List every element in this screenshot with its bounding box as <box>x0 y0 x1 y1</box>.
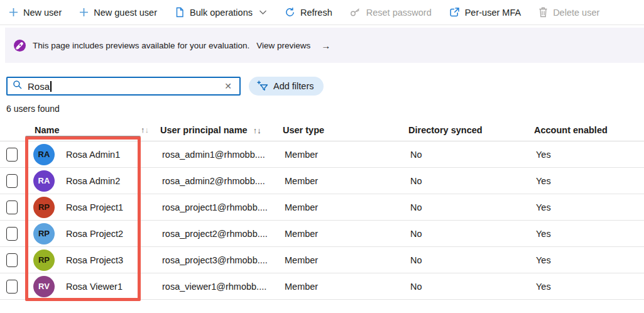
table-row: RP Rosa Project2 rosa_project2@rhmobb...… <box>0 221 644 247</box>
account-enabled: Yes <box>534 176 644 186</box>
new-guest-user-label: New guest user <box>94 8 157 18</box>
add-filters-label: Add filters <box>273 81 314 91</box>
directory-synced: No <box>408 255 534 265</box>
delete-user-label: Delete user <box>553 8 599 18</box>
user-name-cell[interactable]: RP Rosa Project1 <box>28 197 160 218</box>
user-name-cell[interactable]: RV Rosa Viewer1 <box>28 276 160 297</box>
directory-synced: No <box>408 150 534 160</box>
refresh-icon <box>285 7 295 18</box>
account-enabled: Yes <box>534 255 644 265</box>
sort-icons[interactable]: ↑↓ <box>253 126 261 135</box>
command-bar: New user New guest user Bulk operations … <box>0 0 644 25</box>
text-cursor <box>50 81 52 92</box>
sort-icons[interactable]: ↑↓ <box>141 125 149 135</box>
avatar: RV <box>33 276 55 297</box>
key-icon <box>350 8 361 18</box>
search-value: Rosa <box>28 81 50 92</box>
user-type: Member <box>283 229 408 239</box>
row-checkbox[interactable] <box>6 280 18 294</box>
user-name[interactable]: Rosa Project1 <box>66 202 123 212</box>
table-row: RV Rosa Viewer1 rosa_viewer1@rhmobb.... … <box>0 273 644 300</box>
plus-icon <box>79 8 89 17</box>
user-name-cell[interactable]: RA Rosa Admin2 <box>28 170 160 192</box>
user-principal-name: rosa_project1@rhmobb.... <box>160 202 283 212</box>
filter-add-icon <box>256 80 269 93</box>
table-row: RA Rosa Admin1 rosa_admin1@rhmobb.... Me… <box>0 141 644 168</box>
user-name[interactable]: Rosa Project3 <box>66 255 123 265</box>
user-type: Member <box>283 282 408 292</box>
reset-password-label: Reset password <box>366 8 432 18</box>
user-type: Member <box>283 176 408 186</box>
reset-password-button[interactable]: Reset password <box>350 8 432 18</box>
delete-user-button[interactable]: Delete user <box>538 7 599 18</box>
user-principal-name: rosa_admin1@rhmobb.... <box>160 150 283 160</box>
account-enabled: Yes <box>534 229 644 239</box>
user-type: Member <box>283 202 408 212</box>
new-guest-user-button[interactable]: New guest user <box>79 8 157 18</box>
external-link-icon <box>449 7 460 18</box>
per-user-mfa-label: Per-user MFA <box>465 8 521 18</box>
account-enabled: Yes <box>534 202 644 212</box>
avatar: RA <box>33 144 55 165</box>
per-user-mfa-button[interactable]: Per-user MFA <box>449 7 521 18</box>
user-principal-name: rosa_viewer1@rhmobb.... <box>160 282 283 292</box>
user-principal-name: rosa_project3@rhmobb.... <box>160 255 283 265</box>
column-header-name[interactable]: Name ↑↓ <box>28 125 160 135</box>
user-name-cell[interactable]: RP Rosa Project3 <box>28 250 160 271</box>
refresh-button[interactable]: Refresh <box>285 7 332 18</box>
directory-synced: No <box>408 229 534 239</box>
refresh-label: Refresh <box>300 8 332 18</box>
user-name-cell[interactable]: RA Rosa Admin1 <box>28 144 160 165</box>
results-count: 6 users found <box>6 104 644 114</box>
rocket-icon <box>14 40 26 52</box>
row-checkbox[interactable] <box>6 174 18 188</box>
user-type: Member <box>283 150 408 160</box>
row-checkbox[interactable] <box>6 200 18 214</box>
search-input[interactable]: Rosa ✕ <box>6 77 241 96</box>
row-checkbox[interactable] <box>6 227 18 241</box>
table-row: RP Rosa Project1 rosa_project1@rhmobb...… <box>0 194 644 221</box>
new-user-label: New user <box>23 8 62 18</box>
column-header-directory-synced[interactable]: Directory synced <box>408 125 534 135</box>
view-previews-link[interactable]: View previews <box>256 41 310 50</box>
bulk-operations-button[interactable]: Bulk operations <box>175 7 267 18</box>
plus-icon <box>9 8 18 17</box>
directory-synced: No <box>408 176 534 186</box>
user-name[interactable]: Rosa Admin1 <box>66 150 120 160</box>
directory-synced: No <box>408 282 534 292</box>
table-header-row: Name ↑↓ User principal name ↑↓ User type… <box>0 119 644 141</box>
column-header-upn[interactable]: User principal name ↑↓ <box>160 125 283 135</box>
preview-banner: This page includes previews available fo… <box>5 28 644 63</box>
user-name[interactable]: Rosa Admin2 <box>66 176 120 186</box>
column-header-user-type[interactable]: User type <box>283 125 408 135</box>
directory-synced: No <box>408 202 534 212</box>
bulk-operations-label: Bulk operations <box>190 8 253 18</box>
user-principal-name: rosa_project2@rhmobb.... <box>160 229 283 239</box>
trash-icon <box>538 7 548 18</box>
clear-search-icon[interactable]: ✕ <box>222 81 234 91</box>
account-enabled: Yes <box>534 150 644 160</box>
avatar: RP <box>33 250 55 271</box>
avatar: RP <box>33 197 55 218</box>
add-filters-button[interactable]: Add filters <box>249 77 324 96</box>
user-name[interactable]: Rosa Viewer1 <box>66 282 123 292</box>
user-name-cell[interactable]: RP Rosa Project2 <box>28 223 160 244</box>
banner-message: This page includes previews available fo… <box>33 41 249 50</box>
avatar: RA <box>33 170 55 192</box>
table-row: RA Rosa Admin2 rosa_admin2@rhmobb.... Me… <box>0 168 644 194</box>
user-type: Member <box>283 255 408 265</box>
user-principal-name: rosa_admin2@rhmobb.... <box>160 176 283 186</box>
users-table: Name ↑↓ User principal name ↑↓ User type… <box>0 119 644 300</box>
arrow-right-icon[interactable]: → <box>321 40 330 51</box>
row-checkbox[interactable] <box>6 148 18 162</box>
column-header-account-enabled[interactable]: Account enabled <box>534 125 644 135</box>
account-enabled: Yes <box>534 282 644 292</box>
search-row: Rosa ✕ Add filters <box>6 77 644 96</box>
document-icon <box>175 7 185 18</box>
chevron-down-icon <box>259 9 267 15</box>
table-row: RP Rosa Project3 rosa_project3@rhmobb...… <box>0 247 644 273</box>
user-name[interactable]: Rosa Project2 <box>66 229 123 239</box>
search-icon <box>13 80 23 92</box>
new-user-button[interactable]: New user <box>9 8 62 18</box>
row-checkbox[interactable] <box>6 253 18 267</box>
